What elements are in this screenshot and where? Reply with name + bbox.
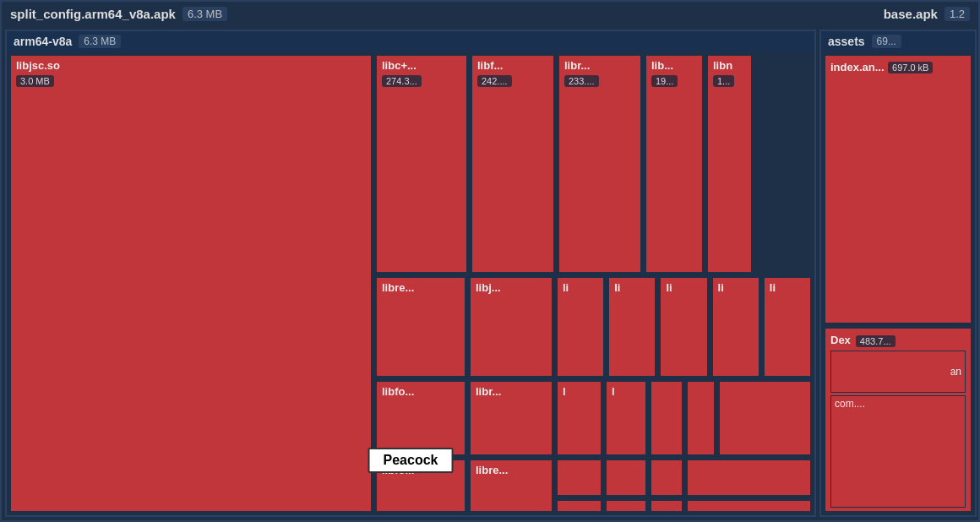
left-panel: arm64-v8a 6.3 MB libjsc.so 3.0 MB: [5, 30, 816, 517]
cell-libfo1[interactable]: libfo...: [375, 380, 466, 456]
cell-grid8[interactable]: [556, 499, 602, 513]
right-panel: assets 69... index.an... 697.0 kB Dex 48…: [819, 30, 977, 517]
cell-libre1[interactable]: libre...: [375, 276, 466, 378]
cell-grid10[interactable]: [650, 499, 683, 513]
left-panel-title: split_config.arm64_v8a.apk: [10, 7, 176, 21]
cell-li5[interactable]: li: [763, 276, 812, 378]
top-bar: split_config.arm64_v8a.apk 6.3 MB base.a…: [2, 2, 978, 26]
cell-l1[interactable]: l: [556, 380, 602, 456]
cell-libfo2[interactable]: libfo...: [375, 459, 466, 513]
cell-grid5[interactable]: [605, 459, 647, 497]
grid-mid: [556, 459, 812, 497]
arm64-label: arm64-v8a: [14, 35, 72, 48]
dex-size: 483.7...: [856, 335, 896, 347]
treemap: libjsc.so 3.0 MB libc+... 274.3...: [7, 52, 814, 515]
assets-label: assets: [828, 35, 865, 48]
cell-libr1[interactable]: libr... 233....: [558, 54, 642, 274]
dex-com[interactable]: com....: [830, 395, 966, 508]
cell-grid9[interactable]: [605, 499, 647, 513]
right-panel-content: index.an... 697.0 kB Dex 483.7... an co: [821, 52, 975, 515]
index-label: index.an...: [830, 61, 885, 73]
cell-grid4[interactable]: [556, 459, 602, 497]
bot-row: libfo... libfo... libr...: [375, 380, 812, 513]
cell-grid1[interactable]: [650, 380, 683, 456]
right-panel-size: 1.2: [945, 7, 970, 21]
cell-libf1[interactable]: libf... 242....: [471, 54, 555, 274]
cell-grid3[interactable]: [718, 380, 812, 456]
cell-libjsc[interactable]: libjsc.so 3.0 MB: [9, 54, 373, 513]
cell-lib[interactable]: lib... 19...: [645, 54, 704, 274]
top-row: libc+... 274.3... libf... 242.... libr..…: [375, 54, 812, 274]
cell-dex[interactable]: Dex 483.7... an com....: [824, 327, 972, 513]
mid-row: libre... libj... li li: [375, 276, 812, 378]
dex-label: Dex: [830, 334, 851, 346]
content-area: arm64-v8a 6.3 MB libjsc.so 3.0 MB: [2, 26, 978, 520]
arm64-size: 6.3 MB: [79, 35, 121, 48]
libjsc-label: libjsc.so: [16, 59, 60, 72]
cell-libc[interactable]: libc+... 274.3...: [375, 54, 468, 274]
cell-li3[interactable]: li: [659, 276, 708, 378]
cell-index[interactable]: index.an... 697.0 kB: [824, 54, 972, 324]
cell-l2[interactable]: l: [605, 380, 647, 456]
treemap-area: libjsc.so 3.0 MB libc+... 274.3...: [7, 52, 814, 515]
right-column: libc+... 274.3... libf... 242.... libr..…: [375, 54, 812, 513]
grid-section: l l: [556, 380, 812, 513]
left-panel-header: arm64-v8a 6.3 MB: [7, 31, 814, 52]
cell-grid2[interactable]: [686, 380, 716, 456]
assets-size: 69...: [872, 35, 901, 48]
cell-li1[interactable]: li: [556, 276, 605, 378]
left-panel-size: 6.3 MB: [182, 7, 227, 21]
cell-li2[interactable]: li: [607, 276, 656, 378]
cell-li4[interactable]: li: [711, 276, 760, 378]
grid-top: l l: [556, 380, 812, 456]
main-container: split_config.arm64_v8a.apk 6.3 MB base.a…: [0, 0, 980, 522]
cell-grid11[interactable]: [686, 499, 812, 513]
cell-libn[interactable]: libn 1...: [706, 54, 753, 274]
dex-sub: an com....: [830, 351, 966, 508]
cell-libj[interactable]: libj...: [469, 276, 553, 378]
libjsc-size: 3.0 MB: [16, 75, 54, 87]
cell-grid7[interactable]: [686, 459, 812, 497]
dex-an[interactable]: an: [830, 351, 966, 393]
right-panel-header: assets 69...: [821, 31, 975, 52]
right-panel-title: base.apk: [884, 7, 938, 21]
cell-libr2[interactable]: libr...: [469, 380, 553, 456]
index-size: 697.0 kB: [888, 62, 933, 73]
cell-grid6[interactable]: [650, 459, 683, 497]
li-group: li li li li: [556, 276, 812, 378]
grid-bot: [556, 499, 812, 513]
cell-libre2[interactable]: libre...: [469, 459, 553, 513]
